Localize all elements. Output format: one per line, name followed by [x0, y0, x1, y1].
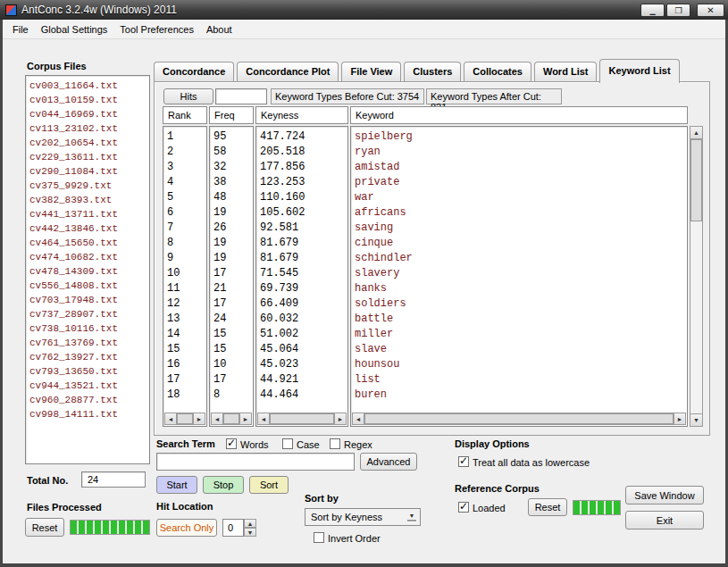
keyness-cell[interactable]: 81.679	[260, 251, 346, 266]
rank-cell[interactable]: 17	[167, 372, 205, 388]
stop-button[interactable]: Stop	[203, 476, 244, 494]
scroll-up-icon[interactable]	[690, 127, 702, 139]
tab-collocates[interactable]: Collocates	[464, 62, 531, 81]
keyness-cell[interactable]: 60.032	[260, 312, 346, 327]
words-checkbox[interactable]	[226, 438, 237, 449]
scroll-left-icon[interactable]	[257, 413, 270, 425]
keyword-cell[interactable]: hanks	[355, 281, 685, 296]
freq-cell[interactable]: 58	[213, 145, 251, 160]
save-window-button[interactable]: Save Window	[625, 486, 704, 504]
rank-cell[interactable]: 12	[167, 296, 205, 312]
sort-by-dropdown[interactable]: Sort by Keyness	[305, 508, 421, 526]
keyword-cell[interactable]: hounsou	[355, 357, 685, 372]
rank-cell[interactable]: 4	[167, 175, 205, 190]
keyword-cell[interactable]: saving	[355, 221, 685, 236]
rank-cell[interactable]: 3	[167, 160, 205, 175]
keyness-cell[interactable]: 92.581	[260, 221, 346, 236]
corpus-file-item[interactable]: cv375_9929.txt	[29, 179, 147, 193]
menu-file[interactable]: File	[6, 21, 35, 38]
rank-cell[interactable]: 13	[167, 312, 205, 327]
corpus-file-item[interactable]: cv793_13650.txt	[29, 364, 147, 379]
keyword-cell[interactable]: miller	[355, 327, 685, 342]
loaded-checkbox[interactable]	[458, 502, 469, 513]
freq-cell[interactable]: 26	[213, 221, 251, 236]
search-input[interactable]	[156, 453, 355, 471]
corpus-file-item[interactable]: cv737_28907.txt	[29, 307, 147, 321]
keyword-cell[interactable]: ryan	[355, 145, 685, 160]
keyword-cell[interactable]: buren	[355, 388, 685, 403]
corpus-file-item[interactable]: cv478_14309.txt	[29, 264, 147, 279]
freq-cell[interactable]: 24	[213, 312, 251, 327]
rank-cell[interactable]: 18	[167, 388, 205, 403]
scrollbar-thumb[interactable]	[223, 413, 239, 424]
freq-cell[interactable]: 17	[213, 372, 251, 388]
scroll-left-icon[interactable]	[211, 413, 223, 425]
freq-cell[interactable]: 32	[213, 160, 251, 175]
scroll-right-icon[interactable]	[334, 413, 347, 425]
freq-cell[interactable]: 48	[213, 190, 251, 205]
tab-concordance[interactable]: Concordance	[154, 62, 234, 81]
keyness-cell[interactable]: 177.856	[260, 160, 346, 175]
rank-cell[interactable]: 1	[167, 129, 205, 145]
keyword-h-scrollbar[interactable]	[352, 413, 686, 425]
corpus-file-item[interactable]: cv474_10682.txt	[29, 250, 147, 264]
scrollbar-thumb[interactable]	[690, 139, 702, 221]
minimize-button[interactable]	[640, 4, 665, 17]
start-button[interactable]: Start	[156, 476, 197, 494]
corpus-file-item[interactable]: cv442_13846.txt	[29, 221, 147, 236]
keyness-cell[interactable]: 110.160	[260, 190, 346, 205]
corpus-file-item[interactable]: cv464_15650.txt	[29, 236, 147, 250]
keyness-cell[interactable]: 81.679	[260, 236, 346, 251]
rank-cell[interactable]: 14	[167, 327, 205, 342]
rank-h-scrollbar[interactable]	[164, 413, 205, 425]
keyword-cell[interactable]: war	[355, 190, 685, 205]
scroll-right-icon[interactable]	[674, 413, 686, 425]
corpus-file-item[interactable]: cv013_10159.txt	[29, 93, 147, 107]
keyness-cell[interactable]: 45.023	[260, 357, 346, 372]
corpus-file-item[interactable]: cv113_23102.txt	[29, 121, 147, 136]
corpus-file-item[interactable]: cv229_13611.txt	[29, 150, 147, 164]
rank-cell[interactable]: 5	[167, 190, 205, 205]
freq-h-scrollbar[interactable]	[211, 413, 252, 425]
freq-cell[interactable]: 38	[213, 175, 251, 190]
hit-position-spinner[interactable]: 0	[222, 519, 256, 537]
scroll-left-icon[interactable]	[164, 413, 177, 425]
rank-cell[interactable]: 9	[167, 251, 205, 266]
keyness-cell[interactable]: 71.545	[260, 266, 346, 281]
keyness-cell[interactable]: 44.464	[260, 388, 346, 403]
corpus-file-item[interactable]: cv738_10116.txt	[29, 321, 147, 336]
corpus-file-item[interactable]: cv944_13521.txt	[29, 379, 147, 393]
rank-cell[interactable]: 6	[167, 205, 205, 221]
hits-button[interactable]: Hits	[163, 88, 213, 104]
freq-cell[interactable]: 19	[213, 205, 251, 221]
search-only-button[interactable]: Search Only	[156, 519, 217, 537]
keyword-cell[interactable]: cinque	[355, 236, 685, 251]
scroll-left-icon[interactable]	[352, 413, 364, 425]
case-checkbox[interactable]	[282, 438, 293, 449]
lowercase-checkbox[interactable]	[458, 456, 469, 467]
corpus-file-item[interactable]: cv044_16969.txt	[29, 107, 147, 121]
keyword-cell[interactable]: slavery	[355, 266, 685, 281]
files-reset-button[interactable]: Reset	[25, 518, 64, 537]
freq-cell[interactable]: 19	[213, 236, 251, 251]
corpus-file-item[interactable]: cv703_17948.txt	[29, 293, 147, 307]
corpus-file-item[interactable]: cv003_11664.txt	[29, 79, 147, 93]
scrollbar-thumb[interactable]	[270, 413, 334, 424]
rank-cell[interactable]: 7	[167, 221, 205, 236]
spinner-up-icon[interactable]	[244, 519, 256, 528]
corpus-file-item[interactable]: cv202_10654.txt	[29, 136, 147, 150]
scroll-down-icon[interactable]	[690, 413, 702, 426]
scrollbar-thumb[interactable]	[364, 413, 674, 424]
menu-tool-preferences[interactable]: Tool Preferences	[113, 21, 200, 38]
scrollbar-thumb[interactable]	[177, 413, 193, 424]
regex-checkbox[interactable]	[330, 438, 340, 449]
keyness-cell[interactable]: 45.064	[260, 342, 346, 357]
freq-cell[interactable]: 17	[213, 266, 251, 281]
scroll-right-icon[interactable]	[239, 413, 252, 425]
freq-cell[interactable]: 10	[213, 357, 251, 372]
tab-concordance-plot[interactable]: Concordance Plot	[237, 62, 339, 81]
exit-button[interactable]: Exit	[625, 511, 704, 529]
keyness-h-scrollbar[interactable]	[257, 413, 347, 425]
spinner-down-icon[interactable]	[244, 528, 256, 537]
reference-reset-button[interactable]: Reset	[528, 498, 567, 516]
